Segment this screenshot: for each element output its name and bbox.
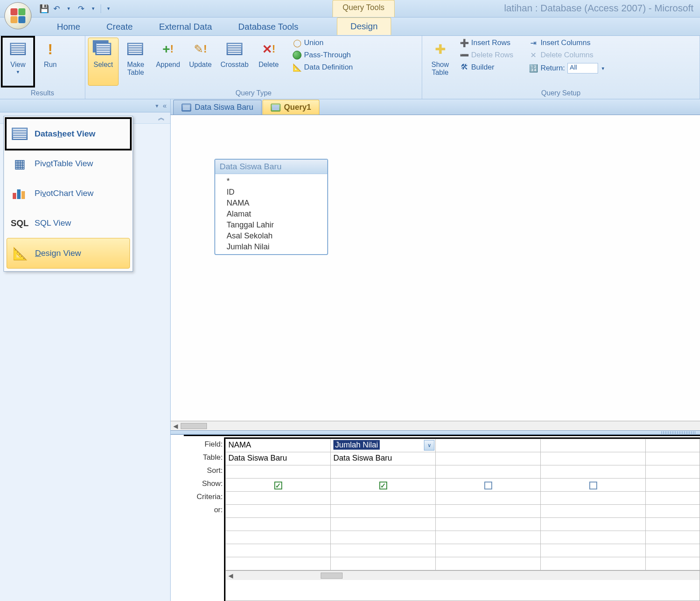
qbe-table-cell[interactable]: Data Siswa Baru	[226, 452, 331, 465]
view-label: View	[10, 61, 25, 69]
insert-columns-button[interactable]: ⇥Insert Columns	[526, 38, 608, 48]
make-table-icon	[127, 43, 143, 55]
tab-create[interactable]: Create	[93, 18, 146, 35]
menu-pivottable-view[interactable]: ▦ PivotTable View	[7, 149, 130, 178]
qbe-show-cell[interactable]: ✓	[541, 479, 646, 491]
qbe-sort-cell[interactable]	[541, 465, 646, 478]
tab-database-tools[interactable]: Database Tools	[225, 18, 312, 35]
table-field-list[interactable]: Data Siswa Baru * ID NAMA Alamat Tanggal…	[214, 159, 328, 255]
qbe-field-cell[interactable]	[436, 439, 541, 452]
data-definition-button[interactable]: 📐Data Definition	[290, 62, 356, 73]
tab-external-data[interactable]: External Data	[146, 18, 225, 35]
tab-home[interactable]: Home	[44, 18, 93, 35]
pivotchart-icon	[11, 185, 28, 202]
group-querysetup-label: Query Setup	[425, 88, 697, 98]
qbe-field-cell[interactable]: Jumlah Nilai∨	[331, 439, 436, 452]
field-item[interactable]: Asal Sekolah	[215, 231, 327, 241]
nav-expand-icon[interactable]: ︽	[158, 113, 165, 122]
qbe-sort-cell[interactable]	[436, 465, 541, 478]
redo-icon[interactable]: ↷	[76, 4, 86, 14]
view-dropdown-menu: Datasheet View ▦ PivotTable View PivotCh…	[4, 116, 133, 272]
qbe-label-show: Show:	[184, 478, 225, 491]
sql-icon: SQL	[11, 214, 28, 232]
delete-label: Delete	[259, 61, 279, 69]
run-label: Run	[44, 61, 56, 69]
qbe-criteria-cell[interactable]	[226, 492, 331, 504]
menu-pivotchart-view[interactable]: PivotChart View	[7, 178, 130, 208]
qbe-sort-cell[interactable]	[226, 465, 331, 478]
app-title: latihan : Database (Access 2007) - Micro…	[504, 3, 693, 14]
quick-access-toolbar: 💾 ↶ ▼ ↷ ▼ ▼	[39, 4, 113, 14]
context-tab-query-tools: Query Tools	[332, 0, 395, 17]
field-item[interactable]: *	[215, 176, 327, 187]
office-button[interactable]	[4, 2, 32, 29]
field-item[interactable]: Jumlah Nilai	[215, 241, 327, 252]
undo-dropdown-icon[interactable]: ▼	[64, 4, 74, 14]
qbe-show-cell[interactable]: ✓	[226, 479, 331, 491]
nav-collapse-icon[interactable]: «	[163, 102, 167, 110]
make-table-button[interactable]: ! Make Table	[120, 38, 151, 86]
return-control[interactable]: 🔢 Return: All ▼	[526, 62, 608, 74]
qbe-table-cell[interactable]	[436, 452, 541, 465]
doc-tab-data-siswa-baru[interactable]: Data Siswa Baru	[173, 100, 262, 115]
update-button[interactable]: ✎! Update	[185, 38, 216, 86]
qbe-or-cell[interactable]	[226, 505, 331, 517]
delete-columns-button[interactable]: ✕Delete Columns	[526, 50, 608, 60]
query-design-canvas[interactable]: Data Siswa Baru * ID NAMA Alamat Tanggal…	[171, 115, 700, 430]
chevron-down-icon[interactable]: ∨	[424, 440, 434, 451]
group-results-label: Results	[3, 88, 82, 98]
union-button[interactable]: ◯Union	[290, 38, 356, 48]
field-item[interactable]: ID	[215, 187, 327, 198]
update-label: Update	[189, 61, 212, 69]
menu-sql-view[interactable]: SQL SQL View	[7, 208, 130, 238]
svg-rect-2	[21, 191, 25, 199]
tab-design[interactable]: Design	[337, 17, 391, 35]
qbe-show-cell[interactable]: ✓	[436, 479, 541, 491]
datasheet-icon	[10, 43, 26, 55]
field-item[interactable]: NAMA	[215, 198, 327, 209]
qbe-sort-cell[interactable]	[331, 465, 436, 478]
design-splitter[interactable]	[171, 430, 700, 435]
append-button[interactable]: +! Append	[153, 38, 183, 86]
svg-rect-0	[13, 193, 16, 199]
qbe-show-cell[interactable]: ✓	[331, 479, 436, 491]
qbe-table-cell[interactable]: Data Siswa Baru	[331, 452, 436, 465]
nav-dropdown-icon[interactable]: ▼	[154, 103, 159, 108]
undo-icon[interactable]: ↶	[52, 4, 61, 14]
field-item[interactable]: Alamat	[215, 209, 327, 220]
globe-icon	[293, 51, 301, 59]
insert-cols-icon: ⇥	[529, 38, 538, 47]
show-table-button[interactable]: ✚ Show Table	[425, 38, 455, 86]
qbe-label-table: Table:	[184, 452, 225, 465]
select-icon	[95, 43, 111, 55]
delete-icon: ✕	[262, 42, 272, 56]
chevron-down-icon[interactable]: ▼	[601, 66, 605, 71]
select-label: Select	[94, 61, 113, 69]
canvas-hscroll[interactable]: ◀	[171, 421, 700, 430]
qbe-field-cell[interactable]	[541, 439, 646, 452]
table-field-list-title: Data Siswa Baru	[215, 160, 327, 174]
delete-query-button[interactable]: ✕! Delete	[253, 38, 284, 86]
insert-rows-button[interactable]: ➕Insert Rows	[457, 38, 516, 48]
builder-button[interactable]: 🛠Builder	[457, 62, 516, 73]
redo-dropdown-icon[interactable]: ▼	[88, 4, 98, 14]
qat-customize-icon[interactable]: ▼	[104, 4, 113, 14]
qbe-label-field: Field:	[184, 439, 225, 452]
menu-design-view[interactable]: 📐 Design View	[7, 238, 130, 269]
save-icon[interactable]: 💾	[39, 4, 49, 14]
return-input[interactable]: All	[567, 63, 598, 73]
field-item[interactable]: Tanggal Lahir	[215, 220, 327, 231]
qbe-field-cell[interactable]: NAMA	[226, 439, 331, 452]
qbe-hscroll[interactable]: ◀	[226, 570, 700, 580]
run-button[interactable]: ! Run	[35, 38, 66, 86]
qbe-table-cell[interactable]	[541, 452, 646, 465]
qbe-label-or: or:	[184, 504, 225, 517]
delete-rows-button[interactable]: ➖Delete Rows	[457, 50, 516, 60]
doc-tab-query1[interactable]: Query1	[262, 100, 319, 115]
view-button[interactable]: View ▼	[3, 38, 33, 86]
menu-datasheet-view[interactable]: Datasheet View	[7, 119, 130, 149]
query-icon	[271, 104, 280, 112]
pass-through-button[interactable]: Pass-Through	[290, 50, 356, 60]
crosstab-button[interactable]: Crosstab	[217, 38, 252, 86]
select-query-button[interactable]: Select	[88, 38, 119, 86]
